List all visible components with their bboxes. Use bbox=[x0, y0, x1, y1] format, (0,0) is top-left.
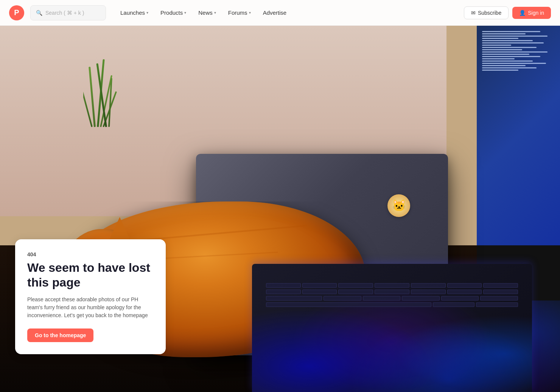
screen-line bbox=[482, 45, 511, 46]
screen-line bbox=[482, 65, 526, 66]
keyboard-row bbox=[266, 302, 518, 307]
screen-line bbox=[482, 42, 544, 43]
chevron-down-icon: ▾ bbox=[214, 11, 216, 15]
nav-advertise-label: Advertise bbox=[263, 9, 287, 16]
nav-launches-label: Launches bbox=[120, 9, 145, 16]
key bbox=[363, 296, 401, 301]
search-icon: 🔍 bbox=[36, 10, 42, 16]
error-title: We seem to have lost this page bbox=[27, 260, 154, 290]
key bbox=[266, 290, 301, 294]
keyboard-row bbox=[266, 290, 518, 294]
error-description: Please accept these adorable photos of o… bbox=[27, 296, 154, 319]
key bbox=[483, 283, 518, 288]
screen-line bbox=[482, 67, 537, 68]
go-to-homepage-button[interactable]: Go to the homepage bbox=[27, 328, 93, 342]
screen-line bbox=[482, 60, 533, 62]
key bbox=[411, 283, 446, 288]
search-placeholder: Search ( ⌘ + k ) bbox=[45, 10, 84, 16]
navbar: P 🔍 Search ( ⌘ + k ) Launches ▾ Products… bbox=[0, 0, 560, 26]
screen-line bbox=[482, 49, 522, 50]
nav-item-launches[interactable]: Launches ▾ bbox=[115, 6, 154, 19]
key bbox=[302, 283, 337, 288]
monitor-screen bbox=[477, 26, 560, 245]
chevron-down-icon: ▾ bbox=[184, 11, 186, 15]
email-icon: ✉ bbox=[471, 10, 476, 16]
error-card: 404 We seem to have lost this page Pleas… bbox=[15, 239, 166, 354]
nav-news-label: News bbox=[198, 9, 213, 16]
key bbox=[266, 296, 322, 301]
signin-button[interactable]: 👤 Sign in bbox=[512, 7, 551, 19]
key bbox=[476, 302, 518, 307]
screen-line bbox=[482, 56, 540, 57]
signin-label: Sign in bbox=[528, 10, 544, 16]
key-spacebar bbox=[266, 302, 431, 307]
key bbox=[338, 290, 373, 294]
nav-item-advertise[interactable]: Advertise bbox=[258, 6, 292, 19]
plant bbox=[83, 51, 117, 127]
nav-item-news[interactable]: News ▾ bbox=[193, 6, 221, 19]
screen-line bbox=[482, 58, 515, 59]
screen-line bbox=[482, 40, 533, 41]
nav-links: Launches ▾ Products ▾ News ▾ Forums ▾ Ad… bbox=[115, 6, 461, 19]
screen-line bbox=[482, 31, 540, 32]
logo-circle[interactable]: P bbox=[9, 5, 24, 20]
subscribe-button[interactable]: ✉ Subscribe bbox=[464, 6, 509, 19]
keyboard bbox=[252, 264, 532, 392]
chevron-down-icon: ▾ bbox=[249, 11, 251, 15]
monitor bbox=[477, 26, 560, 301]
nav-item-forums[interactable]: Forums ▾ bbox=[223, 6, 256, 19]
error-code: 404 bbox=[27, 251, 154, 257]
key bbox=[375, 283, 409, 288]
nav-forums-label: Forums bbox=[228, 9, 247, 16]
screen-line bbox=[482, 51, 548, 53]
key bbox=[375, 290, 409, 294]
screen-line bbox=[482, 47, 537, 48]
screen-line bbox=[482, 70, 518, 71]
key bbox=[483, 290, 518, 294]
key bbox=[302, 290, 337, 294]
search-bar[interactable]: 🔍 Search ( ⌘ + k ) bbox=[30, 5, 106, 20]
screen-line bbox=[482, 36, 548, 37]
screen-line bbox=[482, 33, 526, 34]
logo[interactable]: P bbox=[9, 5, 24, 20]
key bbox=[447, 283, 482, 288]
screen-line bbox=[482, 63, 546, 64]
keyboard-row bbox=[266, 296, 518, 301]
key bbox=[447, 290, 482, 294]
key bbox=[441, 296, 479, 301]
nav-item-products[interactable]: Products ▾ bbox=[155, 6, 191, 19]
chevron-down-icon: ▾ bbox=[146, 11, 148, 15]
keyboard-keys bbox=[266, 283, 518, 307]
nav-right: ✉ Subscribe 👤 Sign in bbox=[464, 6, 551, 19]
keyboard-row bbox=[266, 283, 518, 288]
screen-content bbox=[480, 29, 557, 73]
screen-line bbox=[482, 54, 529, 55]
key bbox=[338, 283, 373, 288]
key bbox=[266, 283, 301, 288]
person-icon: 👤 bbox=[519, 10, 526, 16]
key bbox=[411, 290, 446, 294]
key bbox=[324, 296, 361, 301]
key bbox=[433, 302, 475, 307]
nav-products-label: Products bbox=[160, 9, 183, 16]
key bbox=[402, 296, 440, 301]
key bbox=[480, 296, 518, 301]
screen-line bbox=[482, 38, 518, 39]
subscribe-label: Subscribe bbox=[478, 10, 501, 16]
plant-blades bbox=[87, 59, 114, 127]
